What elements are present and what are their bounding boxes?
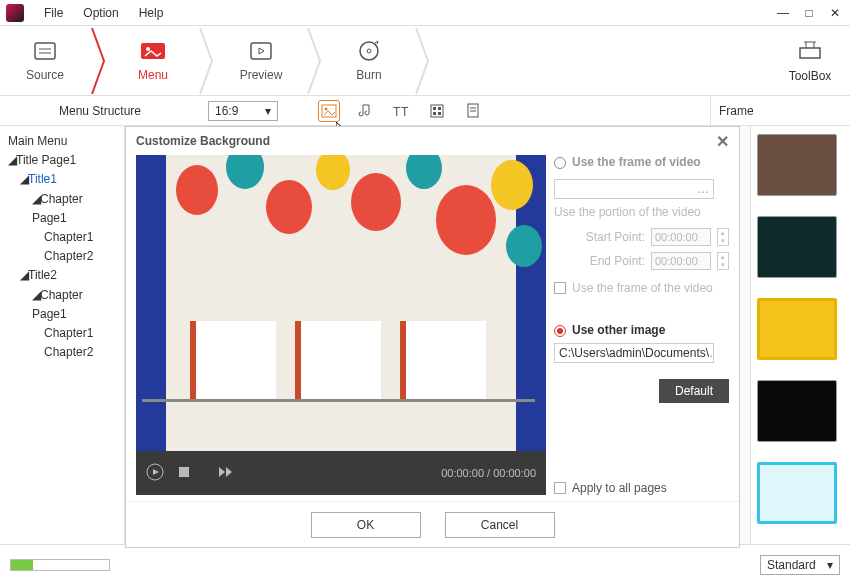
status-bar: Standard ▾ [0, 544, 850, 584]
toolbox-icon [796, 38, 824, 63]
tab-preview[interactable]: Preview [216, 26, 306, 96]
menu-option[interactable]: Option [73, 6, 128, 20]
svg-rect-17 [431, 105, 443, 117]
options-pane: Use the frame of video … Use the portion… [554, 155, 729, 495]
minimize-button[interactable]: — [774, 6, 792, 20]
svg-rect-20 [433, 112, 436, 115]
frame-swatch-4[interactable] [757, 380, 837, 442]
frame-swatch-1[interactable] [757, 134, 837, 196]
chevron-icon [198, 26, 216, 96]
background-image-tool[interactable] [318, 100, 340, 122]
apply-all-label: Apply to all pages [572, 481, 667, 495]
cancel-button[interactable]: Cancel [445, 512, 555, 538]
options-bar: Menu Structure 16:9 ▾ TT Frame [0, 96, 850, 126]
use-portion-label: Use the portion of the video [554, 205, 729, 219]
frame-swatch-2[interactable] [757, 216, 837, 278]
stop-button[interactable] [178, 466, 190, 481]
tab-source[interactable]: Source [0, 26, 90, 96]
video-path-input[interactable]: … [554, 179, 714, 199]
end-point-input [651, 252, 711, 270]
next-button[interactable] [218, 466, 234, 481]
preview-icon [247, 40, 275, 62]
end-spinner: ▴▾ [717, 252, 729, 270]
svg-marker-26 [153, 469, 159, 475]
play-button[interactable] [146, 463, 164, 484]
menu-file[interactable]: File [34, 6, 73, 20]
tree-chapter-page1-b[interactable]: ◢Chapter Page1 Chapter1 Chapter2 [32, 286, 120, 363]
frame-swatch-3[interactable] [757, 298, 837, 360]
apply-all-checkbox[interactable] [554, 482, 566, 494]
svg-rect-21 [438, 112, 441, 115]
tab-menu[interactable]: Menu [108, 26, 198, 96]
canvas-area: Customize Background ✕ [125, 126, 750, 544]
use-other-radio[interactable]: Use other image [554, 323, 729, 337]
aspect-ratio-select[interactable]: 16:9 ▾ [208, 101, 278, 121]
text-tool[interactable]: TT [390, 100, 412, 122]
customize-background-dialog: Customize Background ✕ [125, 126, 740, 548]
menu-tree[interactable]: Main Menu ◢Title Page1 ◢Title1 ◢Chapter … [0, 126, 125, 544]
svg-marker-29 [226, 467, 232, 477]
chevron-icon [306, 26, 324, 96]
timecode: 00:00:00 / 00:00:00 [441, 467, 536, 479]
tree-chapter-page1-a[interactable]: ◢Chapter Page1 Chapter1 Chapter2 [32, 190, 120, 267]
menu-structure-label: Menu Structure [0, 104, 200, 118]
tab-toolbox-label: ToolBox [789, 69, 832, 83]
source-icon [31, 40, 59, 62]
music-tool[interactable] [354, 100, 376, 122]
svg-point-7 [360, 42, 378, 60]
svg-rect-19 [438, 107, 441, 110]
svg-rect-9 [800, 48, 820, 58]
template-tool[interactable] [462, 100, 484, 122]
tree-chapter1-a[interactable]: Chapter1 [44, 228, 120, 247]
title-bar: File Option Help — □ ✕ [0, 0, 850, 26]
start-spinner: ▴▾ [717, 228, 729, 246]
tree-title1[interactable]: ◢Title1 ◢Chapter Page1 Chapter1 Chapter2 [20, 170, 120, 266]
use-frame-chk-label: Use the frame of the video [572, 281, 713, 295]
chapter-tool[interactable] [426, 100, 448, 122]
preview-image [136, 155, 546, 451]
svg-marker-6 [259, 48, 264, 54]
tab-toolbox[interactable]: ToolBox [770, 38, 850, 83]
chevron-down-icon: ▾ [265, 104, 271, 118]
standard-select[interactable]: Standard ▾ [760, 555, 840, 575]
tree-chapter2-b[interactable]: Chapter2 [44, 343, 120, 362]
tab-burn-label: Burn [356, 68, 381, 82]
tree-chapter1-b[interactable]: Chapter1 [44, 324, 120, 343]
tree-main-menu[interactable]: Main Menu [8, 132, 120, 151]
tree-title2[interactable]: ◢Title2 ◢Chapter Page1 Chapter1 Chapter2 [20, 266, 120, 362]
tab-menu-label: Menu [138, 68, 168, 82]
dialog-close-button[interactable]: ✕ [716, 132, 729, 151]
svg-marker-28 [219, 467, 225, 477]
frame-panel-label: Frame [710, 96, 850, 125]
tab-burn[interactable]: Burn [324, 26, 414, 96]
tree-title-page1[interactable]: ◢Title Page1 ◢Title1 ◢Chapter Page1 Chap… [8, 151, 120, 362]
close-button[interactable]: ✕ [826, 6, 844, 20]
frame-panel [750, 126, 850, 544]
chevron-icon [90, 26, 108, 96]
svg-rect-3 [141, 43, 165, 59]
default-button[interactable]: Default [659, 379, 729, 403]
burn-icon [355, 40, 383, 62]
tab-preview-label: Preview [240, 68, 283, 82]
svg-point-8 [367, 49, 371, 53]
tree-chapter2-a[interactable]: Chapter2 [44, 247, 120, 266]
menu-help[interactable]: Help [129, 6, 174, 20]
dialog-title: Customize Background [136, 134, 270, 148]
maximize-button[interactable]: □ [800, 6, 818, 20]
use-frame-checkbox [554, 282, 566, 294]
start-point-input [651, 228, 711, 246]
app-logo [6, 4, 24, 22]
svg-rect-5 [251, 43, 271, 59]
standard-value: Standard [767, 558, 816, 572]
ok-button[interactable]: OK [311, 512, 421, 538]
start-point-label: Start Point: [586, 230, 645, 244]
svg-rect-27 [179, 467, 189, 477]
svg-rect-13 [322, 105, 336, 117]
menu-icon [139, 40, 167, 62]
svg-text:T: T [393, 105, 401, 118]
seek-bar[interactable] [142, 393, 540, 407]
frame-swatch-5[interactable] [757, 462, 837, 524]
use-frame-radio[interactable]: Use the frame of video [554, 155, 729, 169]
chevron-down-icon: ▾ [827, 558, 833, 572]
image-path-input[interactable]: C:\Users\admin\Documents\… [554, 343, 714, 363]
